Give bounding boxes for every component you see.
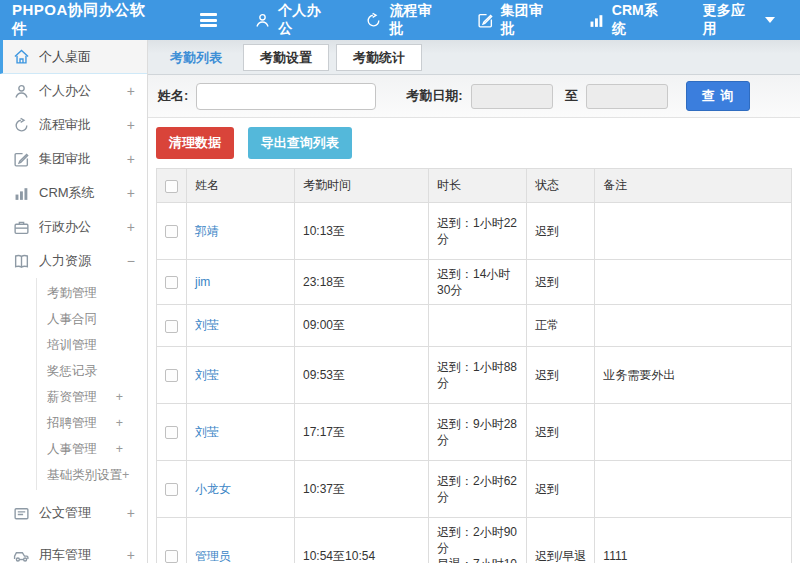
sidebar-subitem-label: 基础类别设置 [47, 467, 122, 484]
clean-data-button[interactable]: 清理数据 [156, 127, 234, 159]
row-select-cell [157, 404, 187, 461]
sidebar-subitem[interactable]: 薪资管理+ [37, 384, 147, 410]
sidebar-subitem[interactable]: 培训管理 [37, 332, 147, 358]
sidebar-subitem-label: 奖惩记录 [47, 363, 123, 380]
topnav-item-label: 更多应用 [703, 2, 754, 38]
topnav-item[interactable]: 流程审批 [354, 0, 451, 40]
row-checkbox[interactable] [165, 426, 178, 439]
content-area: 清理数据 导出查询列表 姓名考勤时间时长状态备注 郭靖10:13至迟到：1小时2… [148, 118, 800, 563]
employee-name-link[interactable]: 刘莹 [195, 318, 219, 332]
table-row: 郭靖10:13至迟到：1小时22分迟到 [157, 203, 792, 260]
time-cell: 09:53至 [295, 347, 429, 404]
tab-attendance-settings[interactable]: 考勤设置 [243, 44, 329, 71]
time-cell: 10:13至 [295, 203, 429, 260]
name-filter-input[interactable] [196, 83, 376, 110]
expand-toggle-icon: + [116, 442, 123, 456]
app-logo: PHPOA协同办公软件 [0, 1, 148, 39]
row-select-cell [157, 347, 187, 404]
app-window: PHPOA协同办公软件 个人办公流程审批集团审批CRM系统更多应用 个人桌面个人… [0, 0, 800, 563]
export-query-list-button[interactable]: 导出查询列表 [248, 127, 352, 159]
table-row: jim23:18至迟到：14小时30分迟到 [157, 260, 792, 305]
note-cell [595, 404, 792, 461]
topnav-item[interactable]: CRM系统 [577, 0, 678, 40]
employee-name-link[interactable]: 刘莹 [195, 368, 219, 382]
sidebar-subitem[interactable]: 基础类别设置+ [37, 462, 147, 488]
sidebar-subitem[interactable]: 奖惩记录 [37, 358, 147, 384]
tab-bar: 考勤列表考勤设置考勤统计 [148, 40, 800, 75]
row-checkbox[interactable] [165, 225, 178, 238]
sidebar-subitem[interactable]: 考勤管理 [37, 280, 147, 306]
sidebar: 个人桌面个人办公+流程审批+集团审批+CRM系统+行政办公+人力资源−考勤管理人… [0, 40, 148, 563]
status-badge: 正常 [527, 305, 595, 347]
note-cell: 1111 [595, 518, 792, 563]
row-checkbox[interactable] [165, 483, 178, 496]
topnav-item[interactable]: 个人办公 [243, 0, 340, 40]
status-badge: 迟到 [527, 404, 595, 461]
layout: 个人桌面个人办公+流程审批+集团审批+CRM系统+行政办公+人力资源−考勤管理人… [0, 40, 800, 563]
note-cell [595, 305, 792, 347]
row-checkbox[interactable] [165, 276, 178, 289]
employee-name-link[interactable]: 刘莹 [195, 425, 219, 439]
sidebar-item[interactable]: 用车管理+ [0, 536, 147, 563]
flow-icon [13, 117, 30, 134]
sidebar-subitem[interactable]: 人事合同 [37, 306, 147, 332]
sidebar-item[interactable]: 个人办公+ [0, 74, 147, 108]
car-icon [13, 547, 30, 563]
person-icon [254, 12, 271, 29]
sidebar-item[interactable]: 人力资源− [0, 244, 147, 278]
date-filter-label: 考勤日期: [406, 87, 462, 105]
sidebar-subitem-label: 人事合同 [47, 311, 123, 328]
expand-toggle-icon: + [127, 185, 135, 201]
topnav-item[interactable]: 集团审批 [466, 0, 563, 40]
sidebar-item[interactable]: 个人桌面 [0, 40, 147, 74]
sidebar-subitem[interactable]: 招聘管理+ [37, 410, 147, 436]
row-checkbox[interactable] [165, 550, 178, 563]
employee-name-link[interactable]: 小龙女 [195, 482, 231, 496]
sidebar-item[interactable]: 公文管理+ [0, 494, 147, 532]
employee-name-link[interactable]: jim [195, 275, 210, 289]
tab-attendance-list[interactable]: 考勤列表 [156, 40, 236, 75]
sidebar-subitem[interactable]: 人事管理+ [37, 436, 147, 462]
sidebar-subitem-label: 考勤管理 [47, 285, 123, 302]
status-badge: 迟到 [527, 260, 595, 305]
sidebar-subgroup: 考勤管理人事合同培训管理奖惩记录薪资管理+招聘管理+人事管理+基础类别设置+ [36, 278, 147, 490]
table-row: 刘莹09:00至正常 [157, 305, 792, 347]
duration-cell: 迟到：2小时90分早退：7小时10分 [429, 518, 527, 563]
top-navigation: 个人办公流程审批集团审批CRM系统更多应用 [243, 0, 800, 40]
select-all-checkbox[interactable] [165, 180, 178, 193]
employee-name-link[interactable]: 管理员 [195, 549, 231, 563]
date-end-input[interactable] [586, 84, 668, 109]
row-select-cell [157, 203, 187, 260]
flow-icon [365, 12, 382, 29]
duration-line: 迟到：1小时88分 [437, 359, 518, 391]
sidebar-item[interactable]: 行政办公+ [0, 210, 147, 244]
row-checkbox[interactable] [165, 369, 178, 382]
table-row: 小龙女10:37至迟到：2小时62分迟到 [157, 461, 792, 518]
hamburger-menu-icon[interactable] [200, 13, 217, 27]
caret-down-icon [765, 17, 775, 23]
sidebar-item[interactable]: CRM系统+ [0, 176, 147, 210]
expand-toggle-icon: − [127, 253, 135, 269]
table-row: 刘莹09:53至迟到：1小时88分迟到业务需要外出 [157, 347, 792, 404]
filter-bar: 姓名: 考勤日期: 至 查 询 [148, 75, 800, 118]
date-start-input[interactable] [471, 84, 553, 109]
doc-icon [13, 505, 30, 522]
row-select-cell [157, 518, 187, 563]
search-button[interactable]: 查 询 [686, 81, 751, 111]
sidebar-item-label: 流程审批 [39, 116, 127, 134]
column-header: 状态 [527, 169, 595, 203]
sidebar-item-label: 用车管理 [39, 546, 127, 563]
sidebar-item-label: 公文管理 [39, 504, 127, 522]
sidebar-item[interactable]: 集团审批+ [0, 142, 147, 176]
topnav-item[interactable]: 更多应用 [692, 0, 786, 40]
name-cell: 刘莹 [187, 404, 295, 461]
sidebar-item[interactable]: 流程审批+ [0, 108, 147, 142]
status-badge: 迟到 [527, 461, 595, 518]
status-badge: 迟到/早退 [527, 518, 595, 563]
tab-attendance-stats[interactable]: 考勤统计 [336, 44, 422, 71]
employee-name-link[interactable]: 郭靖 [195, 224, 219, 238]
table-row: 刘莹17:17至迟到：9小时28分迟到 [157, 404, 792, 461]
duration-cell: 迟到：1小时88分 [429, 347, 527, 404]
row-checkbox[interactable] [165, 320, 178, 333]
duration-line: 迟到：9小时28分 [437, 416, 518, 448]
